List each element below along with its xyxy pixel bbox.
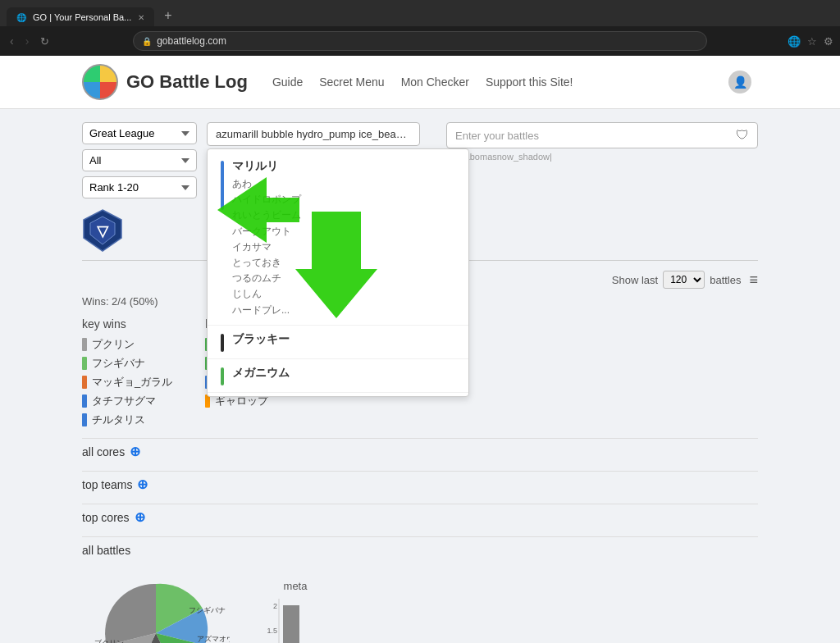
url-text: gobattlelog.com (157, 35, 226, 47)
team-input[interactable]: azumarill bubble hydro_pump ice_beam umb… (207, 122, 420, 146)
team-dropdown-item-2[interactable]: メガニウム (208, 359, 468, 393)
bar-chart-title: meta (262, 580, 328, 592)
chart-area: フシギバナ アズマオウ メガニウム ブラッキー ブクリン meta 2 1.5 … (82, 572, 758, 643)
controls-left: Great League All Rank 1-20 (82, 122, 197, 198)
team-info-2: メガニウム (232, 366, 290, 381)
key-wins-column: key wins プクリン フシギバナ マッギョ_ガラル タチフサグマ (82, 317, 172, 431)
key-win-name-4: チルタリス (92, 413, 145, 427)
svg-text:▽: ▽ (96, 223, 109, 239)
back-btn[interactable]: ‹ (7, 34, 17, 48)
team-dropdown-item-0[interactable]: マリルリ あわハイドロポンプれいとうビームバークアウトイカサマとっておきつるのム… (208, 153, 468, 326)
key-wins-title: key wins (82, 317, 172, 331)
color-1 (82, 357, 87, 370)
tab-icon: 🌐 (16, 13, 26, 22)
reload-btn[interactable]: ↻ (37, 35, 52, 48)
nav-support[interactable]: Support this Site! (486, 75, 573, 89)
tab-title: GO | Your Personal Ba... (33, 12, 131, 22)
browser-chrome: 🌐 GO | Your Personal Ba... ✕ + (0, 0, 840, 26)
key-win-1: フシギバナ (82, 356, 172, 371)
team-info-0: マリルリ あわハイドロポンプれいとうビームバークアウトイカサマとっておきつるのム… (232, 159, 301, 318)
color-3 (82, 394, 87, 408)
bar-chart: meta 2 1.5 1 (262, 580, 328, 643)
battle-example-text: E.g. abomasnow_shadow| (446, 152, 758, 162)
svg-text:2: 2 (273, 602, 277, 610)
filter-selector[interactable]: All (82, 149, 197, 171)
svg-rect-11 (283, 605, 299, 643)
site-header: GO Battle Log Guide Secret Menu Mon Chec… (0, 56, 840, 109)
team-search-area: azumarill bubble hydro_pump ice_beam umb… (207, 122, 436, 161)
bookmark-icon[interactable]: ☆ (807, 35, 817, 48)
key-win-name-0: プクリン (92, 337, 135, 352)
key-win-name-3: タチフサグマ (92, 394, 156, 408)
extensions-icon[interactable]: ⚙ (824, 35, 833, 48)
user-area: 👤 (728, 71, 758, 93)
svg-text:フシギバナ: フシギバナ (189, 606, 226, 614)
key-win-4: チルタリス (82, 413, 172, 427)
team-info-1: ブラッキー (232, 332, 290, 347)
forward-btn[interactable]: › (22, 34, 33, 48)
battle-input-wrapper: Enter your battles 🛡 (446, 122, 758, 148)
show-last-select[interactable]: 120 (663, 271, 705, 289)
key-win-0: プクリン (82, 337, 172, 352)
key-win-2: マッギョ_ガラル (82, 375, 172, 390)
address-bar-row: ‹ › ↻ 🔒 gobattlelog.com 🌐 ☆ ⚙ (0, 26, 840, 56)
team-dropdown-item-1[interactable]: ブラッキー (208, 326, 468, 359)
show-last-label: Show last (612, 274, 658, 286)
header-nav: Guide Secret Menu Mon Checker Support th… (272, 75, 573, 89)
all-cores-label: all cores (82, 445, 125, 458)
nav-mon-checker[interactable]: Mon Checker (401, 75, 469, 89)
browser-extensions: 🌐 ☆ ⚙ (788, 35, 833, 48)
top-teams-plus[interactable]: ⊕ (137, 477, 148, 492)
site-title: GO Battle Log (126, 71, 248, 93)
main-content: Great League All Rank 1-20 azumarill bub… (0, 109, 840, 643)
lock-icon: 🔒 (142, 37, 152, 46)
active-tab[interactable]: 🌐 GO | Your Personal Ba... ✕ (7, 7, 154, 26)
top-teams-label: top teams (82, 478, 132, 491)
logo-area: GO Battle Log (82, 64, 248, 100)
svg-text:1.5: 1.5 (267, 627, 277, 635)
color-0 (82, 338, 87, 351)
key-win-name-1: フシギバナ (92, 356, 145, 371)
new-tab-btn[interactable]: + (158, 8, 178, 26)
battle-input-area: Enter your battles 🛡 E.g. abomasnow_shad… (446, 122, 758, 162)
color-bar-2 (221, 367, 224, 385)
show-last-suffix: battles (710, 274, 741, 286)
color-4 (82, 413, 87, 426)
top-cores-label: top cores (82, 511, 130, 524)
league-selector[interactable]: Great League (82, 122, 197, 144)
battle-input-placeholder: Enter your battles (455, 130, 729, 142)
team-name-0: マリルリ (232, 159, 301, 174)
menu-icon[interactable]: ≡ (749, 271, 758, 289)
svg-text:アズマオウ: アズマオウ (197, 635, 230, 643)
svg-text:ブクリン: ブクリン (94, 639, 124, 643)
key-win-3: タチフサグマ (82, 394, 172, 408)
color-bar-1 (221, 334, 224, 352)
all-cores-plus[interactable]: ⊕ (130, 444, 140, 459)
shield-icon: 🛡 (736, 128, 749, 143)
rank-selector[interactable]: Rank 1-20 (82, 176, 197, 198)
nav-secret-menu[interactable]: Secret Menu (319, 75, 384, 89)
user-avatar[interactable]: 👤 (728, 71, 751, 93)
key-win-name-2: マッギョ_ガラル (92, 375, 172, 390)
color-2 (82, 376, 87, 389)
pie-chart: フシギバナ アズマオウ メガニウム ブラッキー ブクリン (82, 572, 230, 643)
controls-row: Great League All Rank 1-20 azumarill bub… (82, 122, 758, 198)
page-content: GO Battle Log Guide Secret Menu Mon Chec… (0, 56, 840, 643)
team-name-1: ブラッキー (232, 332, 290, 347)
translate-icon[interactable]: 🌐 (788, 35, 801, 48)
nav-guide[interactable]: Guide (272, 75, 303, 89)
team-moves-0: あわハイドロポンプれいとうビームバークアウトイカサマとっておきつるのムチじしんハ… (232, 176, 301, 318)
top-cores-plus[interactable]: ⊕ (135, 509, 145, 525)
all-battles-label: all battles (82, 544, 130, 557)
team-dropdown: マリルリ あわハイドロポンプれいとうビームバークアウトイカサマとっておきつるのム… (207, 148, 469, 397)
team-name-2: メガニウム (232, 366, 290, 381)
address-bar[interactable]: 🔒 gobattlelog.com (133, 31, 707, 51)
league-badge: ▽ (82, 208, 123, 253)
tab-close-icon[interactable]: ✕ (138, 13, 144, 22)
top-cores-section[interactable]: top cores ⊕ (82, 504, 758, 530)
all-cores-section[interactable]: all cores ⊕ (82, 438, 758, 464)
top-teams-section[interactable]: top teams ⊕ (82, 471, 758, 497)
color-bar-0 (221, 161, 224, 210)
site-logo[interactable] (82, 64, 118, 100)
all-battles-section[interactable]: all battles (82, 536, 758, 563)
